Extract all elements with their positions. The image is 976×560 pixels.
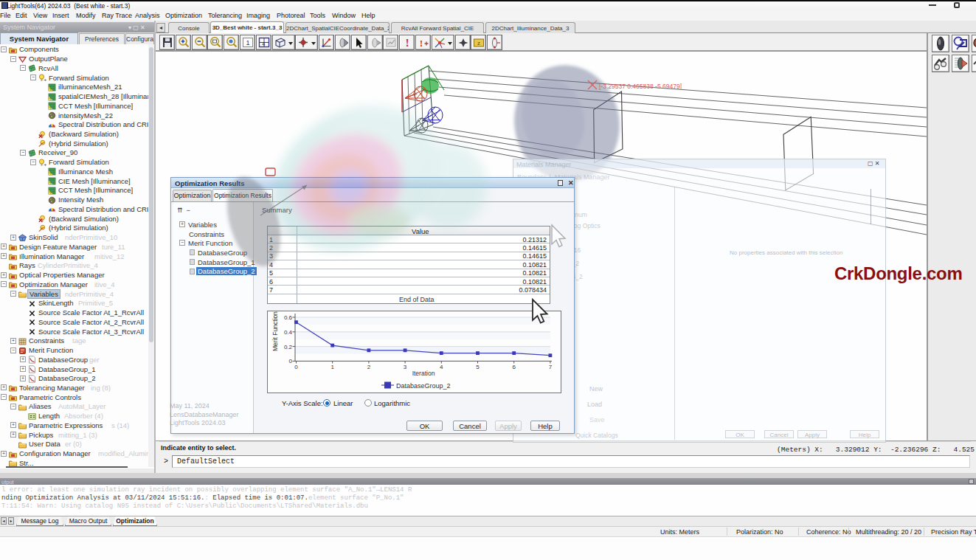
svg-text:0: 0 — [289, 358, 293, 364]
svg-text:0.4: 0.4 — [284, 329, 293, 336]
svg-text:!: ! — [420, 38, 423, 49]
svg-text:4: 4 — [262, 41, 266, 47]
svg-text:0: 0 — [294, 364, 298, 370]
svg-text:1: 1 — [246, 39, 249, 46]
svg-text:[-3.29537 0.465838 -5.69479]: [-3.29537 0.465838 -5.69479] — [599, 83, 682, 90]
svg-text:DatabaseGroup_2: DatabaseGroup_2 — [396, 382, 451, 390]
svg-text:Iteration: Iteration — [412, 370, 435, 377]
svg-text:5: 5 — [476, 364, 480, 370]
svg-text:z: z — [477, 40, 480, 46]
svg-text:4: 4 — [440, 364, 443, 370]
svg-text:7: 7 — [549, 364, 553, 370]
svg-text:0.6: 0.6 — [284, 314, 293, 321]
svg-text:!: ! — [406, 38, 409, 49]
svg-text:0.2: 0.2 — [284, 344, 293, 350]
svg-text:Merit Function: Merit Function — [271, 311, 279, 351]
svg-text:3: 3 — [404, 364, 407, 370]
svg-text:6: 6 — [512, 364, 516, 370]
svg-text:2: 2 — [367, 364, 371, 370]
svg-text:1: 1 — [330, 364, 334, 370]
